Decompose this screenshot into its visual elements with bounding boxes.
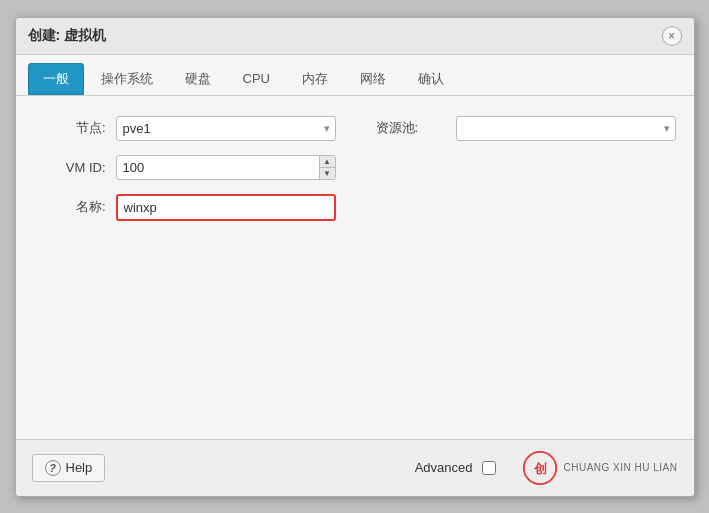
- brand-icon: 创: [522, 450, 558, 486]
- vmid-input[interactable]: [116, 155, 336, 180]
- brand-logo: 创 CHUANG XIN HU LIAN: [522, 450, 677, 486]
- advanced-checkbox[interactable]: [482, 461, 496, 475]
- node-label: 节点:: [36, 119, 116, 137]
- node-select-wrapper: pve1: [116, 116, 336, 141]
- pool-select[interactable]: [456, 116, 676, 141]
- dialog-title: 创建: 虚拟机: [28, 27, 107, 45]
- name-row: 名称:: [36, 194, 336, 221]
- tab-bar: 一般 操作系统 硬盘 CPU 内存 网络 确认: [16, 55, 694, 96]
- left-fields: 节点: pve1 VM ID: ▲ ▼: [36, 116, 336, 235]
- dialog-footer: ? Help Advanced 创 CHUANG XIN HU LIAN: [16, 439, 694, 496]
- pool-row: 资源池:: [376, 116, 676, 141]
- create-vm-dialog: 创建: 虚拟机 × 一般 操作系统 硬盘 CPU 内存 网络 确认 节点: pv…: [15, 17, 695, 497]
- help-icon: ?: [45, 460, 61, 476]
- name-label: 名称:: [36, 198, 116, 216]
- vmid-row: VM ID: ▲ ▼: [36, 155, 336, 180]
- tab-cpu[interactable]: CPU: [228, 64, 285, 93]
- node-row: 节点: pve1: [36, 116, 336, 141]
- pool-select-wrapper: [456, 116, 676, 141]
- vmid-spinners: ▲ ▼: [319, 156, 335, 179]
- vmid-up-button[interactable]: ▲: [319, 156, 335, 168]
- dialog-titlebar: 创建: 虚拟机 ×: [16, 18, 694, 55]
- dialog-body: 节点: pve1 VM ID: ▲ ▼: [16, 96, 694, 439]
- tab-network[interactable]: 网络: [345, 63, 401, 95]
- vmid-label: VM ID:: [36, 160, 116, 175]
- tab-general[interactable]: 一般: [28, 63, 84, 95]
- tab-confirm[interactable]: 确认: [403, 63, 459, 95]
- tab-harddisk[interactable]: 硬盘: [170, 63, 226, 95]
- tab-os[interactable]: 操作系统: [86, 63, 168, 95]
- brand-text: CHUANG XIN HU LIAN: [563, 462, 677, 474]
- advanced-label: Advanced: [415, 460, 473, 475]
- name-input[interactable]: [116, 194, 336, 221]
- footer-right: Advanced 创 CHUANG XIN HU LIAN: [415, 450, 678, 486]
- pool-label: 资源池:: [376, 119, 456, 137]
- close-button[interactable]: ×: [662, 26, 682, 46]
- node-select[interactable]: pve1: [116, 116, 336, 141]
- vmid-down-button[interactable]: ▼: [319, 168, 335, 179]
- right-fields: 资源池:: [376, 116, 676, 235]
- svg-text:创: 创: [533, 460, 547, 475]
- help-button[interactable]: ? Help: [32, 454, 106, 482]
- tab-memory[interactable]: 内存: [287, 63, 343, 95]
- help-label: Help: [66, 460, 93, 475]
- vmid-spinner-wrapper: ▲ ▼: [116, 155, 336, 180]
